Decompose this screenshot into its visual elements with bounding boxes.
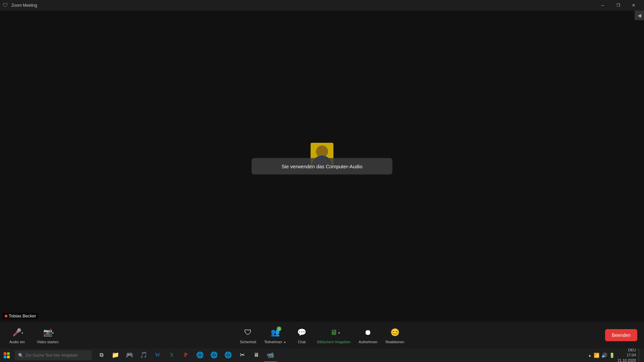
mute-slash — [13, 329, 21, 337]
audio-button[interactable]: 🎤 ▲ Audio ein — [7, 326, 28, 344]
clock-language: DEU — [618, 348, 636, 353]
chat-icon: 💬 — [296, 326, 308, 339]
chat-label: Chat — [298, 340, 306, 344]
taskbar-app-snip[interactable]: ✂ — [235, 349, 249, 362]
screen-share-chevron[interactable]: ▲ — [337, 331, 340, 334]
screen-share-icon: 🖥 ▲ — [328, 326, 340, 339]
search-input[interactable] — [25, 353, 89, 358]
taskbar-apps: ⧉ 📁 🎮 🎵 W X P 🌐 🌐 🌐 ✂ 🖥 📹 — [95, 349, 277, 362]
video-label: Video starten — [37, 340, 59, 344]
system-tray-icons: ▲ 📶 🔊 🔋 — [588, 353, 615, 358]
security-button[interactable]: 🛡 Sicherheit — [237, 326, 259, 344]
video-slash — [44, 329, 52, 337]
taskbar-left: 🔍 ⧉ 📁 🎮 🎵 W X P 🌐 🌐 🌐 ✂ — [0, 349, 277, 362]
participants-button[interactable]: 👥 1 Teilnehmer ▲ — [262, 326, 289, 344]
chat-button[interactable]: 💬 Chat — [292, 326, 312, 344]
reactions-icon: 😊 — [389, 326, 401, 339]
titlebar: 🛡 Zoom Meeting ─ ❐ ✕ — [0, 0, 644, 11]
clock-date: 21.10.2020 — [618, 358, 636, 362]
security-label: Sicherheit — [240, 340, 256, 344]
participants-chevron[interactable]: ▲ — [283, 340, 286, 344]
taskbar-app-desktop[interactable]: 🖥 — [250, 349, 263, 362]
reactions-label: Reaktionen — [385, 340, 404, 344]
taskbar-app-word[interactable]: W — [151, 349, 164, 362]
taskbar-app-spotify[interactable]: 🎵 — [137, 349, 150, 362]
participants-label: Teilnehmer — [264, 340, 282, 344]
network-icon: 📶 — [594, 353, 599, 358]
taskbar-app-chrome[interactable]: 🌐 — [207, 349, 221, 362]
taskbar-app-explorer[interactable]: 📁 — [109, 349, 122, 362]
svg-rect-2 — [4, 356, 6, 358]
toolbar-right-section: Beenden — [605, 329, 637, 341]
toolbar-center-section: 🛡 Sicherheit 👥 1 Teilnehmer ▲ 💬 Chat 🖥 ▲ — [237, 326, 407, 344]
search-icon: 🔍 — [18, 353, 23, 358]
notification-text: Sie verwenden das Computer-Audio — [282, 164, 363, 169]
svg-rect-0 — [4, 352, 6, 355]
end-meeting-button[interactable]: Beenden — [605, 329, 637, 341]
taskbar-app-powerpoint[interactable]: P — [179, 349, 193, 362]
taskbar-app-edge[interactable]: 🌐 — [221, 349, 235, 362]
taskbar-clock[interactable]: DEU 17:04 21.10.2020 — [618, 348, 636, 362]
svg-rect-1 — [7, 352, 10, 355]
taskbar-app-unknown1[interactable]: 🌐 — [193, 349, 207, 362]
audio-label: Audio ein — [9, 340, 25, 344]
video-icon: 📷 ▲ — [42, 326, 54, 339]
taskbar-app-zoom[interactable]: 📹 — [264, 349, 277, 362]
taskbar-app-xbox[interactable]: 🎮 — [123, 349, 136, 362]
record-icon: ⏺ — [362, 326, 374, 339]
screen-share-label: Bildschirm freigeben — [317, 340, 351, 344]
taskbar: 🔍 ⧉ 📁 🎮 🎵 W X P 🌐 🌐 🌐 ✂ — [0, 349, 644, 362]
show-desktop-button[interactable] — [639, 349, 641, 362]
volume-icon: 🔊 — [601, 353, 607, 358]
svg-rect-3 — [7, 356, 10, 358]
minimize-button[interactable]: ─ — [595, 0, 610, 11]
window-controls: ─ ❐ ✕ — [595, 0, 641, 11]
taskbar-app-taskview[interactable]: ⧉ — [95, 349, 108, 362]
audio-notification: Sie verwenden das Computer-Audio — [252, 158, 392, 175]
system-tray-expand[interactable]: ▲ — [588, 353, 592, 357]
record-label: Aufnehmen — [359, 340, 377, 344]
clock-time: 17:04 — [618, 353, 636, 358]
taskbar-right: ▲ 📶 🔊 🔋 DEU 17:04 21.10.2020 — [588, 348, 644, 362]
screen-share-button[interactable]: 🖥 ▲ Bildschirm freigeben — [315, 326, 354, 344]
speaking-indicator — [5, 315, 7, 317]
video-chevron[interactable]: ▲ — [51, 331, 54, 334]
reactions-button[interactable]: 😊 Reaktionen — [383, 326, 407, 344]
toolbar-left-section: 🎤 ▲ Audio ein 📷 ▲ Video starten — [7, 326, 61, 344]
audio-chevron[interactable]: ▲ — [21, 331, 24, 334]
participants-badge: 1 — [277, 326, 281, 331]
meeting-toolbar: 🎤 ▲ Audio ein 📷 ▲ Video starten 🛡 Sicher… — [0, 322, 644, 349]
audio-icon: 🎤 ▲ — [11, 326, 23, 339]
restore-button[interactable]: ❐ — [610, 0, 626, 11]
taskbar-app-excel[interactable]: X — [165, 349, 178, 362]
participant-name-label: Tobias Becker — [3, 313, 38, 319]
expand-panel-button[interactable]: ◀ — [635, 11, 644, 20]
close-button[interactable]: ✕ — [626, 0, 641, 11]
taskbar-search[interactable]: 🔍 — [15, 350, 92, 360]
titlebar-left: 🛡 Zoom Meeting — [3, 2, 37, 8]
participants-icon: 👥 1 — [269, 326, 281, 339]
video-button[interactable]: 📷 ▲ Video starten — [34, 326, 61, 344]
record-button[interactable]: ⏺ Aufnehmen — [356, 326, 380, 344]
window-title: Zoom Meeting — [11, 3, 37, 8]
battery-icon: 🔋 — [609, 353, 615, 358]
shield-icon: 🛡 — [3, 2, 9, 8]
security-icon: 🛡 — [242, 326, 254, 339]
start-button[interactable] — [0, 349, 13, 362]
participant-name: Tobias Becker — [9, 313, 36, 318]
video-area: Sie verwenden das Computer-Audio — [0, 11, 644, 322]
